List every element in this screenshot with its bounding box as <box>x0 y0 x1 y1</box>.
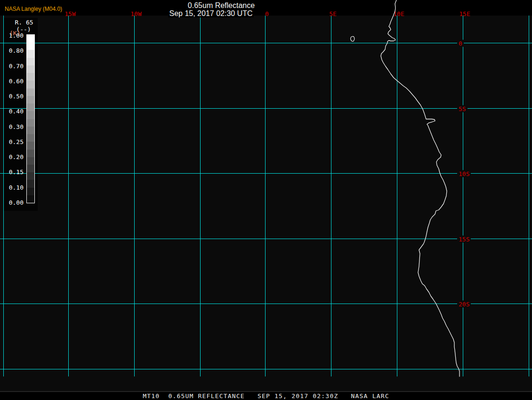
colorbar-step <box>27 150 34 157</box>
colorbar-step <box>27 180 34 187</box>
colorbar-step <box>27 195 34 203</box>
colorbar-step <box>27 50 34 57</box>
colorbar-tick-label: 0.10 <box>4 184 24 190</box>
colorbar-step <box>27 127 34 134</box>
africa-west-coastline <box>381 0 459 376</box>
sao-tome-island-outline <box>351 36 355 41</box>
colorbar-tick-label: 0.15 <box>4 169 24 175</box>
colorbar-tick-label: 0.20 <box>4 154 24 160</box>
colorbar-step <box>27 58 34 65</box>
footer-status-text: MT10 0.65UM REFLECTANCE SEP 15, 2017 02:… <box>0 393 532 400</box>
nasa-langley-source-label: NASA Langley (M04.0) <box>5 6 62 12</box>
colorbar-tick-label: 0.40 <box>4 108 24 114</box>
colorbar-tick-label: 0.00 <box>4 200 24 206</box>
colorbar-step <box>27 188 34 195</box>
colorbar-tick-label: 1.00 <box>4 32 24 39</box>
colorbar-title: R. 65 <box>10 19 38 25</box>
colorbar-step <box>27 42 34 50</box>
colorbar-tick-label: 0.30 <box>4 123 24 129</box>
colorbar-step <box>27 119 34 127</box>
footer-divider <box>0 391 532 392</box>
colorbar-tick-label: 0.60 <box>4 78 24 84</box>
colorbar-step <box>27 88 34 96</box>
colorbar-step <box>27 142 34 149</box>
colorbar-step <box>27 80 34 88</box>
colorbar-step <box>27 73 34 80</box>
colorbar-tick-label: 0.80 <box>4 48 24 54</box>
colorbar-step <box>27 35 34 42</box>
colorbar-step <box>27 111 34 119</box>
colorbar-step <box>27 104 34 111</box>
reflectance-colorbar: R. 65 (--) (K) 1.000.800.700.600.500.400… <box>0 0 94 216</box>
colorbar-tick-label: 0.25 <box>4 138 24 144</box>
colorbar-step <box>27 172 34 180</box>
colorbar-gradient <box>26 34 35 203</box>
page-title: 0.65um Reflectance <box>188 1 255 9</box>
colorbar-step <box>27 134 34 142</box>
colorbar-step <box>27 157 34 165</box>
timestamp-subtitle: Sep 15, 2017 02:30 UTC <box>168 9 253 17</box>
colorbar-step <box>27 65 34 73</box>
colorbar-tick-label: 0.50 <box>4 93 24 99</box>
colorbar-step <box>27 96 34 104</box>
colorbar-step <box>27 165 34 172</box>
colorbar-tick-label: 0.70 <box>4 63 24 69</box>
satellite-reflectance-viewer: 15W10W5W05E10E15E05S10S15S20S R. 65 (--)… <box>0 0 532 400</box>
